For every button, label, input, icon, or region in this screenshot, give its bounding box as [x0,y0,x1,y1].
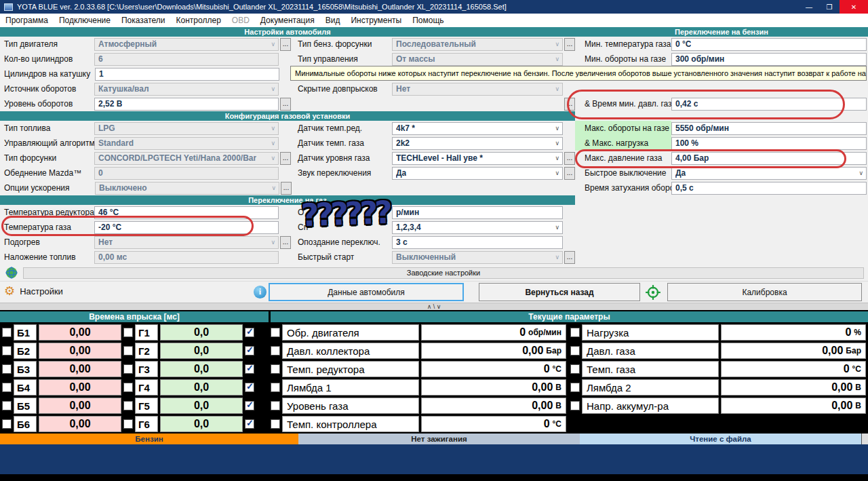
fuel-type-select[interactable]: LPG [94,122,279,135]
max-gas-rpm-field[interactable]: 5550 обр/мин [671,122,867,135]
max-load-field[interactable]: 100 % [671,137,867,150]
rpm-level-field[interactable]: 2,52 В [94,98,279,111]
manifold-pressure-checkbox[interactable] [271,346,280,355]
acceleration-options-more-button[interactable]: ... [281,182,292,195]
g1-checkbox[interactable] [123,328,133,337]
rpm-decay-time-field[interactable]: 0,5 с [671,182,867,195]
row1-enabled-checkbox[interactable] [245,328,254,337]
menu-documentation[interactable]: Документация [255,16,320,25]
menu-program[interactable]: Программа [0,16,54,25]
row5-enabled-checkbox[interactable] [245,401,254,410]
heating-more-button[interactable]: ... [280,236,291,249]
fast-disable-select[interactable]: Да [671,167,867,180]
obscured-sequence-select[interactable]: 1,2,3,4 [392,221,563,234]
calibration-button[interactable]: Калибровка [667,283,862,301]
lambda2-checkbox[interactable] [570,383,580,392]
engine-rpm-checkbox[interactable] [271,328,280,337]
gear-icon [4,285,15,297]
min-gas-pressure-time-field[interactable]: 0,42 с [671,98,867,111]
row3-enabled-checkbox[interactable] [245,364,254,374]
fast-start-select[interactable]: Выключенный [392,251,563,264]
close-button[interactable]: ✕ [840,0,868,14]
gas-level-checkbox[interactable] [271,401,280,410]
reducer-temp-sensor-select[interactable]: 4k7 * [392,122,563,135]
monitor-panel: Времена впрыска [мс] Текущие параметры Б… [0,310,868,434]
engine-type-more-button[interactable]: ... [280,38,291,51]
form-row: Источник оборотов Катушка/вал Скрытие до… [0,81,575,96]
switch-sound-more-button[interactable]: ... [564,167,575,180]
obscured-rpm-field[interactable]: р/мин [392,206,563,219]
row2-enabled-checkbox[interactable] [245,346,254,355]
collapse-toggle[interactable]: ∧ \ ∨ [0,303,868,310]
window-title: YOTA BLUE ver. 2.0.33.68 [C:\Users\user\… [17,3,799,11]
g5-checkbox[interactable] [123,401,133,410]
settings-form: Настройки автомобиля Тип двигателя Атмос… [0,27,868,265]
cylinders-per-coil-field[interactable]: 1 [95,68,279,81]
info-icon[interactable] [254,286,267,299]
gas-temp-checkbox[interactable] [570,364,580,374]
heating-select[interactable]: Нет [94,236,279,249]
cylinders-count-field[interactable]: 6 [94,53,279,66]
gas-temp-sensor-select[interactable]: 2k2 [392,137,563,150]
row4-enabled-checkbox[interactable] [245,383,254,392]
g3-checkbox[interactable] [123,364,133,374]
gas-level-sensor-select[interactable]: TECHLevel - Hall уве * [392,152,563,165]
back-button[interactable]: Вернуться назад [479,283,640,301]
menu-indicators[interactable]: Показатели [116,16,171,25]
switch-sound-select[interactable]: Да [392,167,563,180]
injector-type-select[interactable]: CONCORD/LPGTECH Yeti/Hana 2000/Bar [94,152,279,165]
b6-checkbox[interactable] [2,419,12,429]
rpm-level-more-button[interactable]: ... [280,98,291,111]
reducer-temperature-field[interactable]: 46 °C [94,206,279,219]
min-gas-temp-field[interactable]: 0 °C [671,38,867,51]
controller-temp-checkbox[interactable] [271,419,280,429]
globe-icon[interactable] [5,267,18,279]
extra-injection-hiding-select[interactable]: Нет [392,83,563,96]
control-algorithm-select[interactable]: Standard [94,137,279,150]
menu-tools[interactable]: Инструменты [345,16,407,25]
factory-settings-bar[interactable]: Заводские настройки [23,267,864,279]
row6-enabled-checkbox[interactable] [245,419,254,429]
gas-temperature-field[interactable]: -20 °C [94,221,279,234]
b5-checkbox[interactable] [2,401,12,410]
switch-delay-field[interactable]: 3 с [392,236,563,249]
acceleration-options-select[interactable]: Выключено [95,182,279,195]
b2-checkbox[interactable] [2,346,12,355]
reducer-temp-checkbox[interactable] [271,364,280,374]
b4-checkbox[interactable] [2,383,12,392]
app-window: YOTA BLUE ver. 2.0.33.68 [C:\Users\user\… [0,0,868,481]
maximize-button[interactable]: ❐ [819,0,840,14]
control-type-select[interactable]: От массы [392,53,563,66]
g6-checkbox[interactable] [123,419,133,429]
g2-checkbox[interactable] [123,346,133,355]
b2-value: 0,00 [39,343,121,359]
settings-button[interactable]: Настройки [4,285,63,297]
load-checkbox[interactable] [570,328,580,337]
gas-level-sensor-more-button[interactable]: ... [564,152,575,165]
max-gas-pressure-field[interactable]: 4,00 Бар [671,152,867,165]
car-data-button[interactable]: Данные автомобиля [269,283,464,301]
battery-voltage-checkbox[interactable] [570,401,580,410]
b1-checkbox[interactable] [2,328,12,337]
gas-pressure-checkbox[interactable] [570,346,580,355]
menu-help[interactable]: Помощь [407,16,449,25]
fast-start-more-button[interactable]: ... [564,251,575,264]
menu-connection[interactable]: Подключение [54,16,116,25]
menu-view[interactable]: Вид [320,16,346,25]
engine-type-select[interactable]: Атмосферный [94,38,279,51]
lambda1-checkbox[interactable] [271,383,280,392]
min-gas-rpm-field[interactable]: 300 обр/мин [671,53,867,66]
minimize-button[interactable]: — [799,0,819,14]
fuel-overlap-field[interactable]: 0,00 мс [94,251,279,264]
form-row: Температура редуктора 46 °C О р/мин [0,205,575,220]
g4-checkbox[interactable] [123,383,133,392]
mazda-leaning-field[interactable]: 0 [94,167,279,180]
petrol-injector-more-button[interactable]: ... [564,38,575,51]
injector-type-more-button[interactable]: ... [280,152,291,165]
target-icon[interactable] [645,284,661,301]
rpm-source-select[interactable]: Катушка/вал [94,83,279,96]
mid-more-button[interactable]: ... [564,98,575,111]
petrol-injector-type-select[interactable]: Последовательный [392,38,563,51]
menu-controller[interactable]: Контроллер [171,16,226,25]
b3-checkbox[interactable] [2,364,12,374]
